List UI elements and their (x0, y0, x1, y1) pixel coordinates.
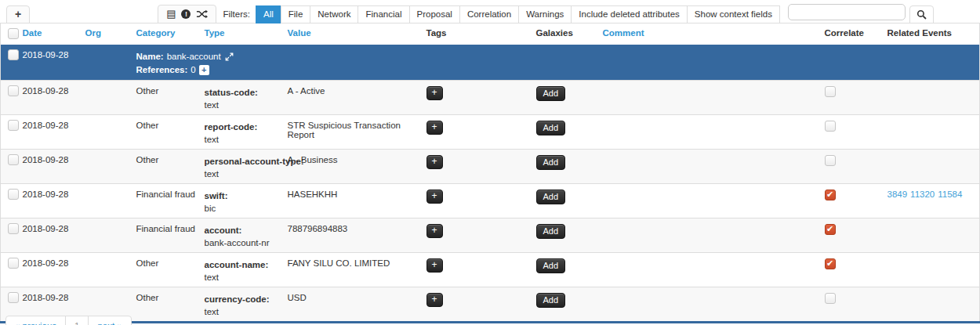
add-tag-button[interactable]: + (426, 155, 443, 169)
filter-tab-warnings[interactable]: Warnings (518, 5, 572, 23)
correlate-checkbox[interactable] (825, 224, 836, 235)
filter-tab-network[interactable]: Network (310, 5, 358, 23)
attribute-category: Other (132, 115, 200, 150)
related-event-link[interactable]: 11584 (938, 190, 962, 199)
filter-tab-file[interactable]: File (281, 5, 311, 23)
filter-tabs: AllFileNetworkFinancialProposalCorrelati… (256, 5, 780, 23)
row-select-checkbox[interactable] (8, 292, 19, 303)
filter-tab-all[interactable]: All (256, 5, 281, 23)
search-wrap (788, 4, 934, 23)
expand-icon[interactable] (225, 52, 234, 61)
object-name-label: Name: (136, 50, 164, 63)
add-galaxy-button[interactable]: Add (536, 190, 566, 204)
filter-tab-show-context-fields[interactable]: Show context fields (687, 5, 780, 23)
related-event-link[interactable]: 3849 (887, 190, 908, 199)
attribute-type: account: bank-account-nr (200, 218, 283, 253)
column-header-related-events: Related Events (883, 23, 980, 45)
column-header-org[interactable]: Org (81, 23, 132, 45)
correlate-checkbox[interactable] (825, 86, 836, 97)
row-select-checkbox[interactable] (8, 85, 19, 96)
add-galaxy-button[interactable]: Add (536, 155, 566, 170)
pagination-next-button[interactable]: next » (88, 316, 131, 325)
related-event-link[interactable]: 11320 (910, 190, 935, 199)
attribute-type-subtype: text (205, 133, 279, 146)
attribute-comment (598, 81, 820, 115)
column-header-correlate: Correlate (820, 23, 883, 45)
attribute-type-name: status-code: (205, 86, 279, 99)
plus-icon: + (15, 8, 21, 20)
add-tag-button[interactable]: + (426, 293, 443, 307)
pagination-current-page: 1 (65, 316, 89, 325)
add-tag-button[interactable]: + (426, 224, 443, 238)
related-events: 38491132011584 (883, 184, 980, 218)
column-header-comment[interactable]: Comment (598, 23, 820, 45)
column-header-date[interactable]: Date (18, 23, 81, 45)
alert-circle-icon[interactable]: ! (181, 9, 191, 19)
column-header-category[interactable]: Category (132, 23, 200, 45)
toolbar-icon-group: ▤ ! (158, 5, 216, 23)
attribute-comment (598, 184, 820, 218)
attribute-date: 2018-09-28 (18, 115, 81, 150)
attribute-comment (598, 150, 820, 184)
add-galaxy-button[interactable]: Add (536, 258, 566, 273)
magnifier-icon (916, 9, 927, 20)
attribute-type-subtype: text (205, 305, 279, 318)
column-header-type[interactable]: Type (200, 23, 283, 45)
related-events (883, 81, 980, 115)
add-reference-button[interactable]: + (199, 65, 209, 75)
attribute-type-name: personal-account-type: (205, 155, 279, 168)
correlate-checkbox[interactable] (825, 155, 836, 166)
add-tag-button[interactable]: + (426, 121, 443, 135)
add-tag-button[interactable]: + (426, 190, 443, 204)
attribute-type: currency-code: text (200, 287, 283, 323)
row-select-checkbox[interactable] (8, 120, 19, 131)
table-row: 2018-09-28 Financial fraud account: bank… (1, 218, 980, 253)
select-all-checkbox[interactable] (8, 28, 19, 39)
column-header-tags: Tags (422, 23, 532, 45)
filter-tab-financial[interactable]: Financial (358, 5, 409, 23)
correlate-checkbox[interactable] (825, 258, 836, 269)
add-galaxy-button[interactable]: Add (536, 293, 566, 308)
search-button[interactable] (909, 5, 934, 23)
attribute-category: Financial fraud (132, 218, 200, 253)
add-tag-button[interactable]: + (426, 86, 443, 100)
attribute-date: 2018-09-28 (18, 184, 81, 218)
table-row: 2018-09-28 Other account-name: text FANY… (1, 253, 980, 287)
object-info-cell: Name: bank-account References: 0 + (132, 45, 980, 81)
attribute-category: Other (132, 150, 200, 184)
correlate-checkbox[interactable] (825, 190, 836, 200)
related-events (883, 287, 980, 323)
row-select-checkbox[interactable] (8, 258, 19, 269)
filter-tab-correlation[interactable]: Correlation (459, 5, 519, 23)
object-name: bank-account (167, 50, 221, 63)
row-select-checkbox[interactable] (8, 154, 19, 165)
shuffle-icon[interactable] (196, 9, 208, 19)
attributes-table: DateOrgCategoryTypeValueTagsGalaxiesComm… (0, 23, 980, 323)
add-galaxy-button[interactable]: Add (536, 86, 566, 101)
row-select-checkbox[interactable] (8, 189, 19, 200)
filter-tab-proposal[interactable]: Proposal (409, 5, 460, 23)
attribute-date: 2018-09-28 (18, 45, 81, 81)
add-galaxy-button[interactable]: Add (536, 121, 566, 135)
attribute-comment (598, 115, 820, 150)
attribute-type-name: account-name: (205, 258, 279, 271)
attribute-org (81, 45, 132, 81)
add-galaxy-button[interactable]: Add (536, 224, 566, 239)
attribute-date: 2018-09-28 (18, 150, 81, 184)
related-events (883, 115, 980, 150)
column-header-value[interactable]: Value (283, 23, 422, 45)
list-view-icon[interactable]: ▤ (166, 9, 176, 19)
correlate-checkbox[interactable] (825, 293, 836, 304)
pagination-previous-button[interactable]: « previous (5, 316, 66, 325)
add-attribute-button[interactable]: + (6, 5, 30, 23)
attribute-date: 2018-09-28 (18, 253, 81, 287)
search-input[interactable] (788, 4, 906, 20)
row-select-checkbox[interactable] (8, 223, 19, 234)
correlate-checkbox[interactable] (825, 121, 836, 132)
attribute-org (81, 253, 132, 287)
attribute-value: A - Active (283, 81, 422, 115)
filter-tab-include-deleted-attributes[interactable]: Include deleted attributes (571, 5, 688, 23)
attribute-org (81, 184, 132, 218)
add-tag-button[interactable]: + (426, 258, 443, 273)
row-select-checkbox[interactable] (8, 49, 19, 60)
